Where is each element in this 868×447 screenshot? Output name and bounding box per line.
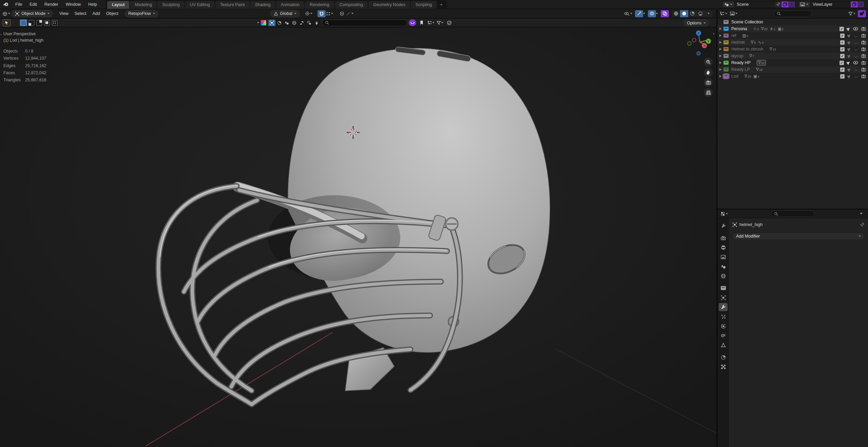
outliner-display-mode-dropdown[interactable] bbox=[730, 10, 738, 17]
select-mode-set[interactable] bbox=[20, 19, 27, 26]
viewport-3d[interactable]: › User Perspective (1) Lod | helmet_high… bbox=[0, 27, 716, 447]
render-camera-icon[interactable] bbox=[861, 27, 866, 31]
scene-unlink-button[interactable]: × bbox=[788, 1, 795, 7]
overlays-dropdown[interactable] bbox=[656, 13, 658, 14]
outliner-row-persona[interactable]: Persona ⊹2 ∇20 ⋔2 ▣2 ✓ bbox=[717, 25, 868, 32]
show-overlays-toggle[interactable] bbox=[648, 10, 656, 17]
tab-material[interactable] bbox=[719, 353, 728, 361]
tab-texture[interactable] bbox=[719, 363, 728, 371]
blenderkit-verification-button[interactable] bbox=[445, 19, 453, 26]
render-camera-icon[interactable] bbox=[861, 34, 866, 38]
blender-logo-icon[interactable] bbox=[0, 2, 12, 7]
tab-collection[interactable] bbox=[719, 284, 728, 292]
asset-type-model[interactable] bbox=[268, 20, 275, 26]
shading-rendered-button[interactable] bbox=[696, 10, 705, 17]
pin-id-button[interactable] bbox=[860, 222, 865, 227]
eye-open-icon[interactable] bbox=[853, 61, 858, 64]
tab-particles[interactable] bbox=[719, 312, 728, 321]
tab-physics[interactable] bbox=[719, 322, 728, 330]
menu-object[interactable]: Object bbox=[103, 11, 121, 16]
scene-browse-button[interactable] bbox=[722, 1, 734, 7]
menu-render[interactable]: Render bbox=[41, 0, 62, 9]
tab-rendering[interactable]: Rendering bbox=[305, 1, 334, 9]
tab-modeling[interactable]: Modeling bbox=[130, 1, 157, 9]
blenderkit-profile-button[interactable] bbox=[409, 19, 416, 26]
asset-type-brush[interactable] bbox=[298, 20, 305, 26]
eye-closed-icon[interactable] bbox=[854, 55, 858, 57]
tab-scene[interactable] bbox=[719, 262, 728, 270]
eye-closed-icon[interactable] bbox=[854, 35, 858, 37]
exclude-checkbox[interactable]: ✓ bbox=[840, 47, 845, 52]
asset-type-nodegroup[interactable] bbox=[306, 20, 313, 26]
scene-new-button[interactable] bbox=[782, 1, 788, 7]
tab-tool[interactable] bbox=[719, 222, 728, 230]
retopoflow-menu[interactable]: RetopoFlow bbox=[125, 10, 158, 17]
render-camera-icon[interactable] bbox=[861, 54, 866, 58]
tab-output[interactable] bbox=[719, 243, 728, 251]
show-gizmo-toggle[interactable] bbox=[635, 10, 643, 17]
viewlayer-name[interactable]: ViewLayer bbox=[810, 1, 851, 7]
properties-editor-type-button[interactable] bbox=[720, 210, 728, 217]
exclude-checkbox[interactable]: ✓ bbox=[840, 74, 845, 79]
outliner-row-ready-lp[interactable]: Ready LP ∇19 ✓ bbox=[717, 66, 868, 73]
blenderkit-collapse-chevron[interactable] bbox=[257, 22, 259, 23]
outliner-filter-dropdown[interactable] bbox=[848, 10, 856, 17]
tab-texture-paint[interactable]: Texture Paint bbox=[215, 1, 250, 9]
gizmo-axis-z[interactable]: Z bbox=[696, 31, 701, 36]
eye-closed-icon[interactable] bbox=[854, 68, 858, 71]
selectable-toggle[interactable] bbox=[846, 60, 851, 65]
tab-constraints[interactable] bbox=[719, 331, 728, 340]
render-camera-icon[interactable] bbox=[861, 47, 866, 51]
menu-window[interactable]: Window bbox=[62, 0, 84, 9]
gizmo-axis-x-neg[interactable] bbox=[692, 38, 696, 42]
outliner-row-musor[interactable]: мусор ∇7 ✓ bbox=[717, 53, 868, 59]
selectable-toggle[interactable] bbox=[847, 40, 851, 44]
eye-open-icon[interactable] bbox=[853, 27, 858, 31]
proportional-editing-toggle[interactable] bbox=[338, 10, 346, 17]
menu-edit[interactable]: Edit bbox=[26, 0, 41, 9]
blenderkit-logo-icon[interactable] bbox=[261, 20, 266, 25]
blenderkit-bookmarks-button[interactable] bbox=[418, 19, 425, 26]
asset-type-material[interactable] bbox=[276, 20, 283, 26]
tab-render[interactable] bbox=[719, 234, 728, 242]
render-camera-icon[interactable] bbox=[861, 40, 866, 44]
gizmo-axis-y[interactable]: Y bbox=[706, 39, 711, 44]
selectable-toggle[interactable] bbox=[847, 74, 851, 78]
breadcrumb-object-name[interactable]: helmet_high bbox=[739, 222, 763, 227]
selectable-toggle[interactable] bbox=[847, 54, 851, 58]
render-camera-icon[interactable] bbox=[861, 67, 866, 72]
editor-type-button[interactable] bbox=[2, 10, 10, 17]
active-tool-tweak-button[interactable] bbox=[3, 19, 11, 26]
selectable-toggle[interactable] bbox=[847, 67, 851, 72]
properties-options-dropdown[interactable] bbox=[857, 210, 865, 217]
tab-object-data[interactable] bbox=[719, 341, 728, 349]
outliner-row-lod[interactable]: Lod ∇20 ▣4 ✓ bbox=[717, 73, 868, 80]
asset-type-hdr[interactable] bbox=[291, 20, 298, 26]
expand-icon[interactable] bbox=[719, 61, 722, 64]
snap-toggle[interactable] bbox=[317, 10, 326, 17]
selectable-toggle[interactable] bbox=[847, 47, 851, 51]
asset-type-addon[interactable] bbox=[313, 20, 320, 26]
menu-select[interactable]: Select bbox=[72, 11, 90, 16]
options-dropdown[interactable]: Options bbox=[683, 19, 709, 26]
toolbar-expand-chevron[interactable]: › bbox=[0, 32, 2, 36]
gizmo-axis-x[interactable]: X bbox=[702, 43, 707, 48]
selectable-toggle[interactable] bbox=[846, 26, 851, 31]
add-modifier-dropdown[interactable]: Add Modifier bbox=[732, 232, 865, 240]
exclude-checkbox[interactable]: ✓ bbox=[840, 34, 845, 38]
select-mode-extend[interactable] bbox=[27, 19, 35, 26]
viewlayer-remove-button[interactable]: × bbox=[857, 1, 864, 7]
blenderkit-search-input[interactable] bbox=[322, 20, 407, 26]
menu-help[interactable]: Help bbox=[84, 0, 101, 9]
tab-scripting[interactable]: Scripting bbox=[411, 1, 437, 9]
new-collection-button[interactable] bbox=[858, 10, 866, 17]
selectable-toggle[interactable] bbox=[847, 33, 851, 38]
zoom-button[interactable]: + bbox=[704, 58, 713, 66]
viewlayer-browse-button[interactable] bbox=[798, 1, 810, 7]
tab-animation[interactable]: Animation bbox=[276, 1, 305, 9]
blenderkit-categories-dropdown[interactable] bbox=[427, 19, 435, 26]
navigation-gizmo[interactable]: Z Y X bbox=[685, 27, 716, 60]
select-mode-intersect[interactable] bbox=[51, 19, 58, 26]
asset-type-scene[interactable] bbox=[283, 20, 290, 26]
select-mode-subtract[interactable] bbox=[35, 19, 43, 26]
